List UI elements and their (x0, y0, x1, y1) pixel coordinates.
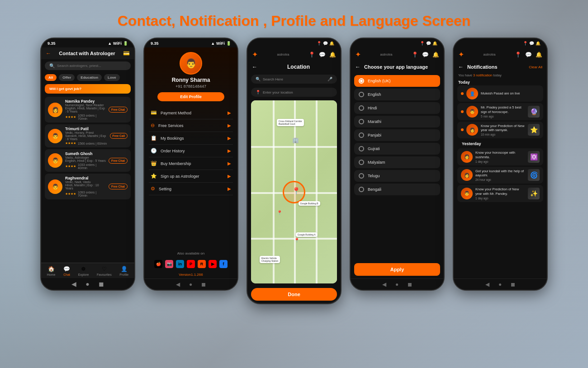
search-icon: 🔍 (49, 63, 55, 68)
menu-free-services[interactable]: ⊖ Free Services ▶ (149, 119, 233, 132)
back-icon[interactable]: ← (458, 64, 464, 70)
apple-icon[interactable]: 🍎 (154, 260, 162, 268)
android-nav-2: ◀ ● ◼ (144, 278, 237, 290)
menu-payment[interactable]: 💳 Payment Method ▶ (149, 107, 233, 119)
edit-profile-button[interactable]: Edit Profile (157, 92, 225, 101)
language-list: English (UK) English Hindi Marathi Panja… (351, 72, 444, 260)
lang-telugu[interactable]: Telugu (354, 170, 440, 182)
apply-button[interactable]: Apply (354, 263, 440, 276)
tab-offer[interactable]: Offer (59, 74, 75, 81)
arrow-icon: ▶ (228, 110, 231, 115)
tab-love[interactable]: Love (104, 74, 120, 81)
radio-button (359, 146, 364, 151)
recents-btn[interactable]: ◼ (201, 281, 206, 288)
nav-profile[interactable]: 👤 Profile (119, 266, 128, 276)
menu-order-history[interactable]: 🕐 Order History ▶ (149, 145, 233, 157)
status-icons-4: 📍 💬 🔔 (420, 41, 437, 46)
recents-btn[interactable]: ◼ (511, 281, 515, 288)
instagram-icon[interactable]: 📷 (165, 260, 173, 268)
astro-info: Raghvendral Vedic, Nadi, Vastu Hindi, Ma… (65, 176, 106, 197)
lang-gujrati[interactable]: Gujrati (354, 143, 440, 155)
pinterest-icon[interactable]: P (187, 260, 195, 268)
search-input[interactable] (57, 64, 126, 68)
back-btn[interactable]: ◀ (382, 281, 386, 288)
done-button[interactable]: Done (251, 288, 337, 301)
lang-marathi[interactable]: Marathi (354, 116, 440, 127)
app-logo: ✦ (458, 50, 464, 59)
recents-btn[interactable]: ◼ (408, 281, 412, 288)
home-btn[interactable]: ● (395, 281, 398, 288)
back-btn[interactable]: ◀ (485, 281, 489, 288)
map-pin: 📍 (292, 187, 301, 195)
wallet-icon[interactable]: 💳 (123, 50, 130, 57)
free-chat-button[interactable]: Free Chat (109, 184, 128, 189)
reddit-icon[interactable]: R (198, 260, 206, 268)
astro-info: Sumeth Ghosh Vastu, Astrologer English, … (65, 151, 106, 170)
recents-btn[interactable]: ◼ (99, 280, 104, 288)
map-view[interactable]: 📍 Cross Kirkland CorridorBasketball Cour… (251, 100, 337, 283)
promo-banner: Will I get govt job? (45, 84, 131, 94)
phone-profile: 9.35 ▲ WiFi 🔋 👨 Ronny Sharma +91 8788148… (143, 38, 238, 291)
search-bar[interactable]: 🔍 (45, 61, 131, 70)
home-btn[interactable]: ● (85, 280, 89, 288)
radio-button (359, 78, 364, 84)
clear-all-button[interactable]: Clear All (529, 65, 542, 69)
menu-signup-astrologer[interactable]: ⭐ Sign up as Astrologer ▶ (149, 170, 233, 183)
menu-bookings[interactable]: 📋 My Bookings ▶ (149, 132, 233, 145)
bookings-icon: 📋 (151, 135, 157, 141)
youtube-icon[interactable]: ▶ (209, 260, 217, 268)
lang-english[interactable]: English (354, 89, 440, 100)
home-btn[interactable]: ● (189, 281, 192, 288)
app-name: astrotra (277, 52, 289, 57)
lang-panjabi[interactable]: Panjabi (354, 129, 440, 141)
mic-icon[interactable]: 🎤 (327, 77, 332, 81)
nav-home[interactable]: 🏠 Home (47, 266, 56, 276)
nav-favourites[interactable]: ♡ Favourites (97, 266, 112, 276)
avatar: 👨 (466, 106, 478, 118)
tab-education[interactable]: Education (77, 74, 102, 81)
back-icon[interactable]: ← (46, 50, 51, 57)
list-item[interactable]: 👩 Know your Prediction of New year with … (457, 122, 543, 139)
location-placeholder: Enter your location (263, 90, 293, 94)
radio-button (359, 92, 364, 97)
location-nav: ← Location (247, 61, 341, 72)
list-item[interactable]: 👤 Mukesh Pasad are on live (457, 85, 543, 102)
chat-icon: 💬 (525, 52, 532, 58)
list-item[interactable]: 👩 Know your horoscope with sushmita. 1 d… (457, 148, 543, 165)
back-icon[interactable]: ← (252, 64, 257, 70)
radio-button (359, 187, 364, 192)
list-item[interactable]: 👨 Mr. Pradey posted a 5 best sign of hor… (457, 103, 543, 120)
profile-name: Ronny Sharma (172, 77, 210, 83)
list-item[interactable]: 👩 Got your kundali with the help of aayu… (457, 167, 543, 184)
back-btn[interactable]: ◀ (176, 281, 180, 288)
status-icons-2: ▲ WiFi 🔋 (211, 41, 231, 46)
facebook-icon[interactable]: f (219, 260, 228, 268)
free-chat-button[interactable]: Free Chat (109, 158, 128, 164)
app-name: astrotra (483, 52, 495, 57)
location-input[interactable]: 📍 Enter your location (251, 88, 337, 97)
status-icons-1: ▲ WiFi 🔋 (108, 41, 128, 46)
lang-hindi[interactable]: Hindi (354, 102, 440, 114)
back-btn[interactable]: ◀ (71, 280, 76, 288)
nav-explore[interactable]: ☸ Explore (78, 266, 89, 276)
home-btn[interactable]: ● (498, 281, 502, 288)
tab-all[interactable]: All (45, 74, 57, 81)
location-screen: ✦ astrotra 📍 💬 🔔 ← Location 🔍 Search Her… (247, 47, 341, 303)
notifications-screen: ✦ astrotra 📍 💬 🔔 ← Notifications Clear A… (454, 47, 547, 290)
nav-chat[interactable]: 💬 Chat (63, 266, 70, 276)
lang-english-uk[interactable]: English (UK) (354, 75, 440, 87)
chat-icon: 💬 (63, 266, 70, 272)
lang-malyalam[interactable]: Malyalam (354, 156, 440, 168)
menu-membership[interactable]: 👑 Buy Membership ▶ (149, 157, 233, 170)
location-icon: 📍 (412, 52, 418, 58)
menu-settings[interactable]: ⚙ Setting ▶ (149, 183, 233, 195)
list-item: 👨 Sumeth Ghosh Vastu, Astrologer English… (45, 149, 131, 172)
list-item[interactable]: 👨 Know your Prediction of New year with … (457, 185, 543, 202)
lang-bengali[interactable]: Bengali (354, 184, 440, 195)
location-search[interactable]: 🔍 Search Here 🎤 (251, 75, 337, 84)
linkedin-icon[interactable]: in (176, 260, 184, 268)
arrow-icon: ▶ (228, 174, 231, 179)
free-chat-button[interactable]: Free Chat (109, 107, 128, 113)
free-call-button[interactable]: Free Call (110, 133, 128, 139)
back-icon[interactable]: ← (355, 64, 360, 70)
